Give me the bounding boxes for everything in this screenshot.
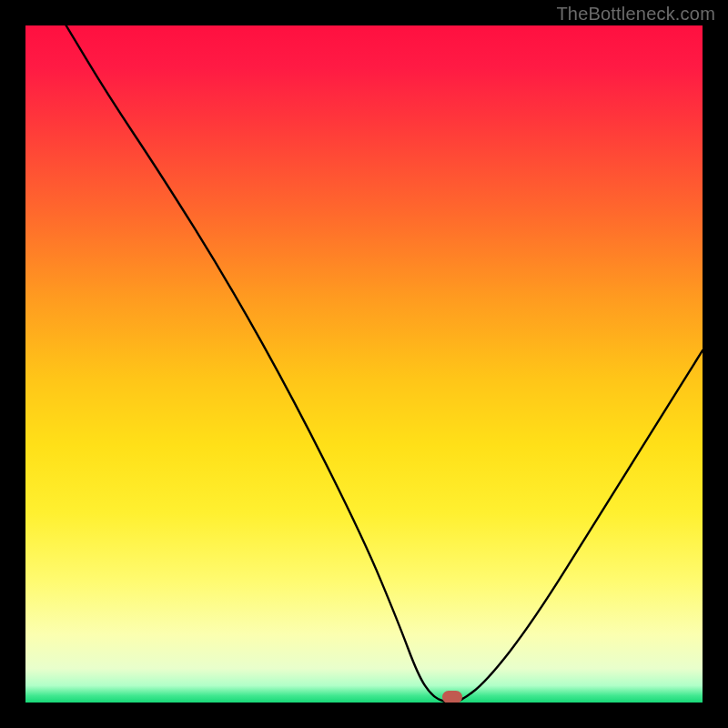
chart-frame: TheBottleneck.com bbox=[0, 0, 728, 728]
optimal-point-marker bbox=[442, 691, 462, 703]
plot-area bbox=[25, 25, 703, 703]
bottleneck-curve bbox=[25, 25, 703, 703]
watermark-text: TheBottleneck.com bbox=[556, 4, 715, 25]
